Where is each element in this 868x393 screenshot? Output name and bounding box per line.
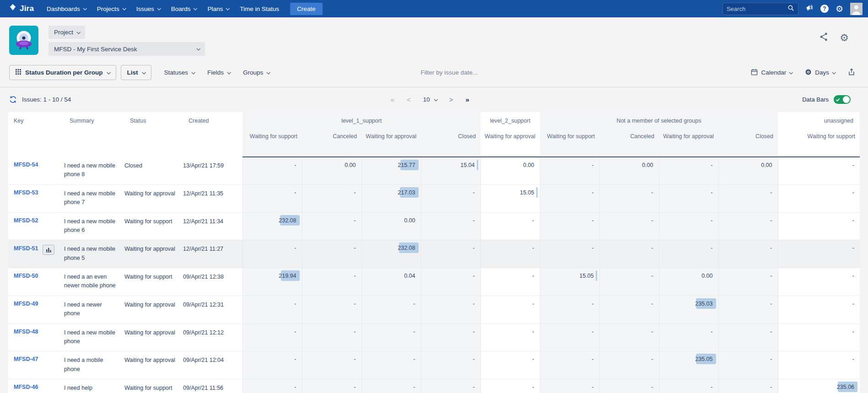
- create-button[interactable]: Create: [290, 3, 323, 15]
- menu-fields[interactable]: Fields: [207, 69, 230, 76]
- duration-cell: -: [421, 296, 480, 323]
- column-header-level-1-support-waiting-for-approval[interactable]: Waiting for approval: [361, 129, 421, 157]
- column-header-level-2-support-waiting-for-approval[interactable]: Waiting for approval: [480, 129, 540, 157]
- time-units-button[interactable]: Days: [805, 69, 835, 77]
- page-size-select[interactable]: 10: [423, 96, 437, 103]
- created-cell: 09/Apr/21 12:31: [183, 296, 243, 323]
- prev-page-button[interactable]: <: [407, 96, 411, 103]
- duration-value: -: [354, 328, 356, 335]
- duration-cell: -: [718, 268, 778, 296]
- issue-key-link[interactable]: MFSD-50: [14, 273, 38, 279]
- summary-cell: I need a new mobile phone 7: [64, 184, 124, 212]
- issue-key-link[interactable]: MFSD-53: [14, 189, 38, 196]
- duration-value: -: [354, 189, 356, 196]
- project-select-value: MFSD - My First Service Desk: [54, 46, 137, 53]
- issues-count-label: Issues: 1 - 10 / 54: [22, 96, 71, 103]
- nav-item-boards[interactable]: Boards: [166, 0, 202, 17]
- duration-value: -: [413, 328, 415, 335]
- issue-row: MFSD-46I need helpWaiting for support09/…: [8, 379, 860, 393]
- search-input[interactable]: [727, 5, 787, 12]
- view-mode-button[interactable]: List: [121, 65, 151, 80]
- column-header-unassigned-waiting-for-support[interactable]: Waiting for support: [778, 129, 860, 157]
- project-avatar[interactable]: [9, 26, 38, 55]
- duration-value: -: [651, 384, 653, 390]
- duration-value: -: [413, 384, 415, 390]
- column-header-key[interactable]: Key: [8, 112, 64, 157]
- pagination-bar: Issues: 1 - 10 / 54 « < 10 > » Data Bars: [0, 87, 868, 108]
- nav-item-projects[interactable]: Projects: [92, 0, 131, 17]
- nav-item-time-in-status[interactable]: Time in Status: [234, 0, 285, 17]
- column-header-summary[interactable]: Summary: [64, 112, 124, 157]
- duration-value: -: [711, 384, 712, 390]
- announcement-icon[interactable]: [805, 4, 814, 14]
- duration-cell: -: [361, 379, 421, 393]
- page-settings-gear-icon[interactable]: ⚙: [840, 33, 849, 43]
- menu-groups[interactable]: Groups: [243, 69, 270, 76]
- column-header-created[interactable]: Created: [183, 112, 243, 157]
- column-header-level-1-support-waiting-for-support[interactable]: Waiting for support: [243, 129, 302, 157]
- help-icon[interactable]: ?: [820, 5, 829, 13]
- duration-value: -: [473, 245, 474, 251]
- data-bars-toggle[interactable]: [834, 95, 851, 104]
- menu-statuses[interactable]: Statuses: [164, 69, 195, 76]
- issue-key-link[interactable]: MFSD-52: [14, 217, 38, 224]
- share-icon[interactable]: [819, 32, 829, 43]
- issue-key-link[interactable]: MFSD-51: [14, 245, 38, 252]
- chevron-down-icon: [142, 70, 146, 74]
- menu-label: Fields: [207, 69, 224, 76]
- user-avatar[interactable]: [850, 3, 863, 15]
- report-type-button[interactable]: Status Duration per Group: [9, 65, 116, 80]
- issue-key-link[interactable]: MFSD-47: [14, 356, 38, 362]
- settings-gear-icon[interactable]: ⚙: [836, 5, 843, 13]
- column-header-not-a-member-of-selected-groups-closed[interactable]: Closed: [718, 129, 778, 157]
- scope-selector-button[interactable]: Project: [49, 26, 85, 39]
- duration-value: -: [852, 301, 854, 307]
- duration-value: -: [852, 328, 854, 335]
- summary-cell: I need a mobile phone: [64, 351, 124, 379]
- project-header: Project MFSD - My First Service Desk ⚙: [0, 17, 868, 56]
- duration-value: -: [770, 189, 772, 196]
- created-cell: 09/Apr/21 12:04: [183, 351, 243, 379]
- column-header-not-a-member-of-selected-groups-waiting-for-support[interactable]: Waiting for support: [540, 129, 599, 157]
- export-button[interactable]: [848, 68, 855, 77]
- column-header-level-1-support-closed[interactable]: Closed: [421, 129, 480, 157]
- chart-view-button[interactable]: [43, 245, 54, 255]
- issue-key-link[interactable]: MFSD-49: [14, 301, 38, 307]
- duration-cell: -: [718, 351, 778, 379]
- duration-cell: -: [480, 379, 540, 393]
- duration-cell: -: [659, 157, 718, 184]
- group-header-level-1-support: level_1_support: [243, 112, 480, 129]
- column-header-not-a-member-of-selected-groups-waiting-for-approval[interactable]: Waiting for approval: [659, 129, 718, 157]
- duration-cell: -: [361, 323, 421, 351]
- nav-item-label: Plans: [207, 5, 223, 12]
- nav-item-plans[interactable]: Plans: [202, 0, 234, 17]
- column-header-not-a-member-of-selected-groups-canceled[interactable]: Canceled: [599, 129, 659, 157]
- issue-key-link[interactable]: MFSD-46: [14, 384, 38, 390]
- calendar-button[interactable]: Calendar: [751, 69, 792, 77]
- refresh-icon[interactable]: [9, 96, 17, 103]
- last-page-button[interactable]: »: [465, 96, 469, 103]
- column-header-status[interactable]: Status: [124, 112, 183, 157]
- chevron-down-icon: [227, 70, 231, 74]
- duration-value: -: [651, 189, 653, 196]
- view-mode-label: List: [127, 69, 138, 76]
- nav-item-dashboards[interactable]: Dashboards: [41, 0, 92, 17]
- column-header-level-1-support-canceled[interactable]: Canceled: [302, 129, 361, 157]
- nav-item-issues[interactable]: Issues: [131, 0, 166, 17]
- search-box[interactable]: [722, 3, 798, 15]
- project-select[interactable]: MFSD - My First Service Desk: [49, 42, 205, 56]
- next-page-button[interactable]: >: [449, 96, 453, 103]
- key-cell: MFSD-47: [8, 351, 64, 379]
- duration-value: -: [532, 328, 534, 335]
- issue-key-link[interactable]: MFSD-54: [14, 162, 38, 168]
- duration-cell: 15.05: [480, 184, 540, 212]
- duration-value: -: [651, 301, 653, 307]
- duration-cell: -: [480, 323, 540, 351]
- jira-logo[interactable]: Jira: [8, 3, 34, 14]
- nav-item-label: Boards: [171, 5, 191, 12]
- issue-date-filter-input[interactable]: [283, 69, 742, 76]
- duration-cell: -: [599, 323, 659, 351]
- first-page-button[interactable]: «: [390, 96, 394, 103]
- issue-key-link[interactable]: MFSD-48: [14, 328, 38, 335]
- chevron-down-icon: [434, 97, 437, 101]
